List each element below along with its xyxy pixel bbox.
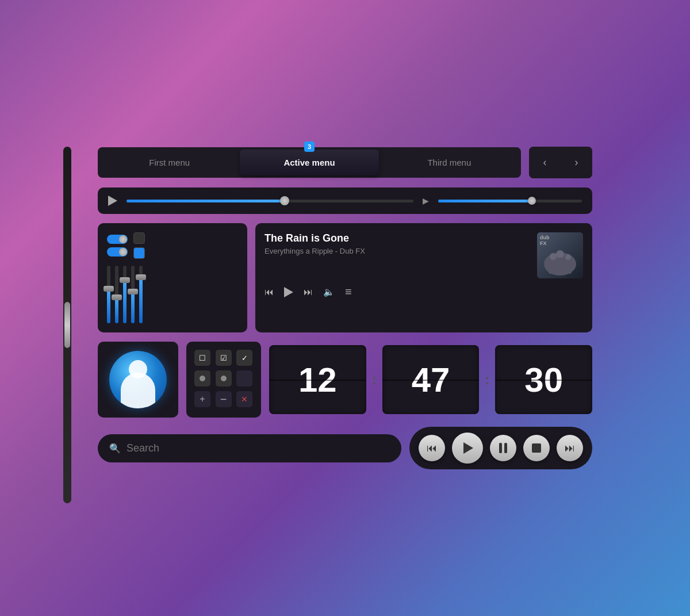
bottom-row: 🔍	[98, 427, 592, 469]
avatar-head	[129, 360, 147, 378]
fader-thumb-1[interactable]	[103, 286, 114, 292]
search-bar[interactable]: 🔍	[98, 434, 401, 462]
checkbox-item-5[interactable]	[216, 370, 232, 387]
fader-track-3[interactable]	[123, 266, 126, 323]
svg-text:dub: dub	[540, 235, 550, 240]
remove-button-small[interactable]: −	[216, 391, 232, 407]
close-button-small[interactable]: ✕	[236, 391, 252, 407]
music-controls	[264, 285, 583, 299]
fader-fill-5	[139, 277, 143, 323]
checkbox-item-4[interactable]	[194, 370, 210, 387]
song-title: The Rain is Gone	[264, 232, 365, 244]
skip-prev-button[interactable]	[419, 435, 445, 461]
clock-minutes: 47	[382, 345, 480, 414]
nav-arrows: ‹ ›	[529, 147, 592, 178]
music-text: The Rain is Gone Everythings a Ripple - …	[264, 232, 365, 255]
stop-button[interactable]	[523, 435, 550, 461]
scrollbar-thumb[interactable]	[64, 302, 70, 348]
play-main-button[interactable]	[452, 433, 483, 464]
menu-row: 3 First menu Active menu Third menu ‹ ›	[98, 147, 592, 178]
equalizer-panel	[98, 223, 247, 332]
svg-rect-6	[549, 260, 555, 274]
eq-toggles	[107, 232, 238, 259]
fader-2[interactable]	[115, 266, 118, 323]
ui-container: 3 First menu Active menu Third menu ‹ › …	[98, 147, 592, 469]
avatar	[109, 351, 167, 408]
rewind-button[interactable]	[264, 287, 274, 297]
fader-track-2[interactable]	[115, 266, 118, 323]
fader-4[interactable]	[131, 266, 135, 323]
checkbox-1[interactable]	[133, 232, 145, 244]
player-bar: ▶	[98, 188, 592, 214]
toggle-group-1	[107, 235, 128, 257]
pause-bar-1	[499, 443, 502, 453]
artist-name: Everythings a Ripple - Dub FX	[264, 247, 365, 255]
playlist-button[interactable]	[345, 285, 352, 299]
album-art-svg: dub FX	[537, 232, 583, 278]
fader-thumb-4[interactable]	[128, 289, 138, 294]
search-icon: 🔍	[109, 443, 121, 454]
music-info: The Rain is Gone Everythings a Ripple - …	[264, 232, 583, 278]
fader-5[interactable]	[139, 266, 143, 323]
search-input[interactable]	[126, 442, 390, 454]
fader-thumb-3[interactable]	[120, 277, 130, 283]
volume-thumb[interactable]	[528, 197, 536, 205]
clock-seconds: 30	[495, 345, 592, 414]
next-arrow-button[interactable]: ›	[561, 147, 592, 178]
play-triangle-icon	[463, 442, 473, 454]
toggle-knob-1	[119, 235, 127, 243]
svg-point-4	[556, 250, 564, 258]
tab-active[interactable]: Active menu	[240, 150, 378, 175]
album-art: dub FX	[537, 232, 583, 278]
svg-point-3	[550, 253, 557, 260]
forward-button[interactable]	[304, 287, 313, 297]
avatar-panel	[98, 342, 178, 418]
checkbox-item-1[interactable]: ☐	[194, 350, 210, 366]
tab-third[interactable]: Third menu	[380, 150, 519, 175]
notification-badge: 3	[304, 141, 315, 152]
checkbox-panel: ☐ ☑ ✓ + − ✕	[186, 342, 261, 418]
vertical-scrollbar[interactable]	[63, 147, 71, 503]
tab-first[interactable]: First menu	[100, 150, 239, 175]
pause-button[interactable]	[490, 435, 516, 461]
fader-track-1[interactable]	[107, 266, 110, 323]
toggle-2[interactable]	[107, 247, 128, 257]
svg-rect-7	[557, 258, 564, 274]
svg-text:FX: FX	[540, 240, 547, 246]
fader-3[interactable]	[123, 266, 126, 323]
clock-hours: 12	[269, 345, 366, 414]
music-player: The Rain is Gone Everythings a Ripple - …	[255, 223, 592, 332]
volume-button[interactable]	[323, 286, 335, 297]
skip-prev-icon	[427, 442, 437, 454]
media-buttons	[409, 427, 592, 469]
play-button-small[interactable]	[108, 196, 117, 206]
eq-faders	[107, 266, 238, 323]
add-button-small[interactable]: +	[194, 391, 210, 407]
progress-fill	[126, 200, 285, 202]
fader-thumb-2[interactable]	[112, 294, 122, 300]
volume-track[interactable]	[438, 200, 582, 202]
toggle-1[interactable]	[107, 235, 128, 244]
progress-track[interactable]	[126, 200, 413, 202]
checkbox-item-3[interactable]: ✓	[236, 350, 252, 366]
checkbox-item-2[interactable]: ☑	[216, 350, 232, 366]
toggle-group-2	[133, 232, 145, 259]
volume-icon: ▶	[423, 196, 429, 205]
fader-track-4[interactable]	[131, 266, 135, 323]
fader-1[interactable]	[107, 266, 110, 323]
checkbox-item-6[interactable]	[236, 370, 252, 387]
svg-point-5	[565, 254, 571, 260]
checkbox-2[interactable]	[133, 247, 145, 259]
progress-thumb[interactable]	[280, 196, 289, 205]
pause-icon	[499, 443, 507, 453]
fader-thumb-5[interactable]	[136, 274, 146, 280]
stop-icon	[532, 443, 541, 453]
fader-track-5[interactable]	[139, 266, 143, 323]
avatar-silhouette	[121, 373, 155, 408]
skip-next-icon	[565, 442, 575, 454]
volume-fill	[438, 200, 531, 202]
prev-arrow-button[interactable]: ‹	[529, 147, 561, 178]
skip-next-button[interactable]	[557, 435, 583, 461]
play-button[interactable]	[284, 287, 293, 297]
widgets-row: ☐ ☑ ✓ + − ✕ 12 : 47 : 30	[98, 342, 592, 418]
